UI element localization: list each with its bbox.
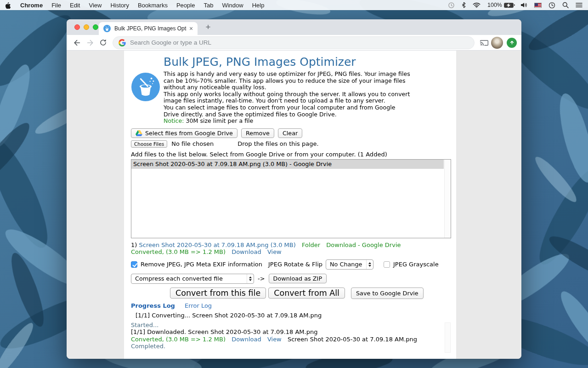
remove-exif-checkbox[interactable] [131, 261, 137, 268]
rotate-flip-value: No Change [330, 261, 363, 268]
apple-menu-icon[interactable] [6, 2, 11, 9]
remove-exif-label: Remove JPEG, JPG Meta EXIF information [141, 261, 262, 268]
save-to-drive-button[interactable]: Save to Google Drvie [351, 288, 424, 299]
address-input[interactable] [130, 39, 469, 46]
select-from-drive-label: Select files from Google Drive [145, 130, 233, 137]
log-download-link[interactable]: Download [232, 336, 261, 343]
close-window-button[interactable] [74, 24, 80, 30]
menu-help[interactable]: Help [252, 2, 265, 9]
compress-mode-value: Compress each converted file [135, 275, 244, 282]
file-listbox[interactable]: Screen Shot 2020-05-30 at 7.09.18 AM.png… [131, 159, 451, 238]
log-view-link[interactable]: View [267, 336, 282, 343]
log-converted-text: Converted, (3.0 MB => 1.2 MB) [131, 336, 226, 343]
file-result-block: 1) Screen Shot 2020-05-30 at 7.09.18 AM.… [131, 242, 456, 256]
menu-app-name[interactable]: Chrome [20, 2, 43, 9]
new-tab-button[interactable]: + [202, 22, 214, 33]
app-header: Bulk JPEG, PNG Images Optimizer This app… [124, 51, 456, 125]
spotlight-search-icon[interactable] [562, 2, 569, 8]
log-tabs: Progress Log Error Log [131, 302, 456, 309]
menu-history[interactable]: History [110, 2, 129, 9]
progress-log-area: Started... [1/1] Downloaded. Screen Shot… [131, 322, 456, 350]
convert-from-file-button[interactable]: Convert from this file [170, 288, 266, 299]
battery-icon [504, 3, 514, 8]
result-line-1: 1) Screen Shot 2020-05-30 at 7.09.18 AM.… [131, 242, 456, 249]
menu-view[interactable]: View [89, 2, 102, 9]
result-file-link[interactable]: Screen Shot 2020-05-30 at 7.09.18 AM.png… [139, 242, 295, 248]
menu-bookmarks[interactable]: Bookmarks [138, 2, 168, 9]
no-file-chosen-text: No file chosen [171, 140, 214, 147]
extension-up-arrow-icon[interactable] [507, 38, 517, 48]
minimize-window-button[interactable] [84, 24, 89, 30]
page-viewport: Bulk JPEG, PNG Images Optimizer This app… [67, 51, 521, 359]
log-scrollbar[interactable] [445, 322, 451, 353]
volume-icon[interactable] [520, 2, 527, 8]
wifi-icon[interactable] [473, 2, 481, 8]
jpeg-options-row: Remove JPEG, JPG Meta EXIF information J… [131, 259, 456, 270]
download-zip-button[interactable]: Download as ZIP [269, 274, 327, 283]
result-view-link[interactable]: View [267, 248, 282, 255]
battery-indicator[interactable]: 100% [487, 2, 514, 8]
convert-from-all-button[interactable]: Convert from All [268, 288, 345, 299]
browser-window: Bulk JPEG, PNG Images Optimi × + [67, 19, 521, 359]
result-folder-link[interactable]: Folder [302, 242, 320, 248]
browser-toolbar [67, 35, 521, 51]
select-arrows-icon [366, 260, 373, 269]
forward-button[interactable] [84, 37, 96, 49]
profile-avatar[interactable] [491, 37, 503, 49]
reload-button[interactable] [97, 37, 109, 49]
log-completed-line: Completed. [131, 343, 456, 350]
page-title: Bulk JPEG, PNG Images Optimizer [164, 55, 412, 69]
tab-title: Bulk JPEG, PNG Images Optimi [114, 25, 187, 32]
listbox-scrollbar[interactable] [444, 160, 451, 238]
remove-button[interactable]: Remove [241, 128, 274, 138]
converting-status-line: [1/1] Converting... Screen Shot 2020-05-… [136, 312, 456, 319]
input-source-flag-icon[interactable] [534, 3, 542, 8]
notice-text: 30M size limit per a file [186, 117, 254, 124]
app-description-1: This app is handy and very easy to use o… [164, 71, 412, 91]
battery-percent-label: 100% [487, 2, 502, 8]
result-converted-text: Converted, (3.0 MB => 1.2 MB) [131, 248, 226, 255]
log-started-line: Started... [131, 322, 456, 328]
choose-files-button[interactable]: Choose Files [131, 140, 167, 148]
clock-icon[interactable] [548, 2, 555, 9]
tab-favicon [103, 25, 111, 32]
drop-files-text: Drop the files on this page. [237, 140, 318, 147]
progress-log-tab[interactable]: Progress Log [131, 302, 175, 309]
omnibox[interactable] [113, 36, 475, 49]
error-log-tab[interactable]: Error Log [185, 302, 212, 309]
grayscale-checkbox[interactable] [384, 261, 390, 268]
google-drive-icon [136, 130, 142, 136]
menu-window[interactable]: Window [222, 2, 243, 9]
arrow-text: -> [258, 275, 265, 282]
browser-tab[interactable]: Bulk JPEG, PNG Images Optimi × [99, 22, 198, 35]
menu-tab[interactable]: Tab [204, 2, 213, 9]
tab-close-icon[interactable]: × [187, 25, 195, 32]
log-downloaded-line: [1/1] Downloaded. Screen Shot 2020-05-30… [131, 328, 456, 335]
bluetooth-icon[interactable] [462, 2, 466, 8]
file-list-item[interactable]: Screen Shot 2020-05-30 at 7.09.18 AM.png… [131, 160, 444, 169]
window-controls [74, 24, 98, 30]
zoom-window-button[interactable] [93, 24, 98, 30]
rotate-flip-select[interactable]: No Change [326, 259, 373, 270]
clear-button[interactable]: Clear [278, 128, 302, 138]
result-download-link[interactable]: Download [232, 248, 261, 255]
compress-mode-select[interactable]: Compress each converted file [131, 274, 254, 284]
notice-line: Notice: 30M size limit per a file [164, 118, 412, 125]
page-content: Bulk JPEG, PNG Images Optimizer This app… [124, 51, 456, 359]
notice-label: Notice: [164, 117, 184, 124]
menu-edit[interactable]: Edit [70, 2, 80, 9]
back-button[interactable] [71, 37, 83, 49]
result-drive-download-link[interactable]: Download - Google Drvie [326, 242, 401, 248]
menu-file[interactable]: File [51, 2, 61, 9]
app-description-3: You can select image files to convert fr… [164, 104, 412, 118]
select-from-drive-button[interactable]: Select files from Google Drive [131, 128, 237, 138]
notification-center-icon[interactable] [576, 2, 582, 8]
time-machine-icon[interactable] [448, 2, 455, 9]
result-line-2: Converted, (3.0 MB => 1.2 MB) Download V… [131, 248, 456, 256]
tab-strip: Bulk JPEG, PNG Images Optimi × + [67, 19, 521, 35]
cast-icon[interactable] [478, 37, 490, 49]
menu-people[interactable]: People [176, 2, 195, 9]
select-arrows-icon [247, 274, 254, 283]
compress-row: Compress each converted file -> Download… [131, 274, 456, 284]
drive-actions-row: Select files from Google Drive Remove Cl… [131, 128, 456, 138]
